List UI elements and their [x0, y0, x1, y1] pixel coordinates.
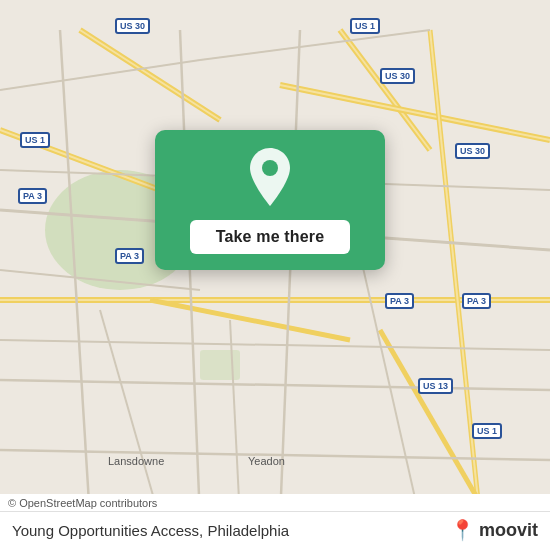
town-label-lansdowne: Lansdowne [108, 455, 164, 467]
road-badge-pa3-left: PA 3 [18, 188, 47, 204]
copyright-text: © OpenStreetMap contributors [8, 497, 157, 509]
title-bar: Young Opportunities Access, Philadelphia… [0, 511, 550, 550]
copyright-bar: © OpenStreetMap contributors [0, 494, 550, 511]
road-badge-us1-top-right: US 1 [350, 18, 380, 34]
card-overlay: Take me there [155, 130, 385, 270]
moovit-logo: 📍 moovit [450, 518, 538, 542]
town-label-yeadon: Yeadon [248, 455, 285, 467]
bottom-bar: © OpenStreetMap contributors Young Oppor… [0, 494, 550, 550]
road-badge-us1-mid-left: US 1 [20, 132, 50, 148]
moovit-text: moovit [479, 520, 538, 541]
svg-rect-2 [200, 350, 240, 380]
road-badge-us30-top-left: US 30 [115, 18, 150, 34]
road-badge-us13-bottom: US 13 [418, 378, 453, 394]
road-badge-pa3-mid: PA 3 [115, 248, 144, 264]
svg-point-31 [262, 160, 278, 176]
map-roads [0, 0, 550, 550]
location-pin-icon [245, 148, 295, 206]
road-badge-pa3-right1: PA 3 [385, 293, 414, 309]
road-badge-us30-top-right-2: US 30 [455, 143, 490, 159]
location-title: Young Opportunities Access, Philadelphia [12, 522, 289, 539]
map-container: US 30 US 1 US 30 US 1 US 30 PA 3 PA 3 PA… [0, 0, 550, 550]
moovit-pin-icon: 📍 [450, 518, 475, 542]
road-badge-us30-top-right-1: US 30 [380, 68, 415, 84]
take-me-there-button[interactable]: Take me there [190, 220, 351, 254]
road-badge-us1-bottom: US 1 [472, 423, 502, 439]
road-badge-pa3-right2: PA 3 [462, 293, 491, 309]
